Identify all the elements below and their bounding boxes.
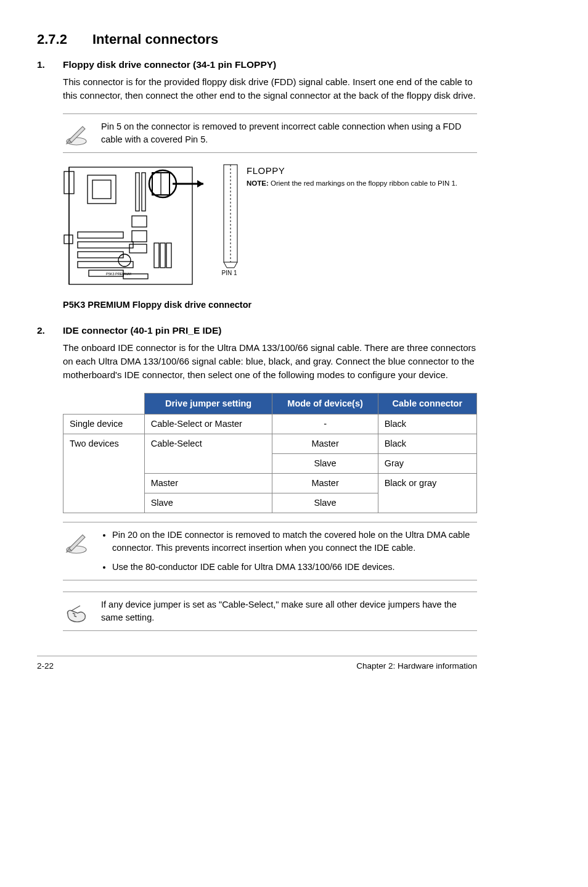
pencil-icon: [63, 529, 90, 555]
cell-r1c2: Cable-Select or Master: [144, 414, 272, 434]
svg-rect-4: [88, 175, 116, 204]
svg-rect-7: [142, 173, 145, 211]
cell-r5c3: Slave: [272, 493, 378, 513]
svg-rect-12: [78, 242, 133, 248]
note-pin20-text: Pin 20 on the IDE connector is removed t…: [101, 529, 477, 574]
hand-icon: [63, 598, 90, 624]
pin1-label: PIN 1: [221, 269, 237, 278]
note-pin20: Pin 20 on the IDE connector is removed t…: [63, 522, 477, 580]
cell-r5c2: Slave: [144, 493, 272, 513]
item-1: 1.Floppy disk drive connector (34-1 pin …: [37, 58, 477, 102]
svg-rect-5: [92, 180, 111, 199]
cell-r1c4: Black: [378, 414, 476, 434]
cell-r2c4: Black: [378, 434, 476, 453]
item-1-head: 1.Floppy disk drive connector (34-1 pin …: [37, 58, 477, 72]
th-mode: Mode of device(s): [272, 393, 378, 414]
floppy-note-text: Orient the red markings on the floppy ri…: [271, 179, 457, 187]
svg-rect-10: [129, 244, 147, 253]
item-2-number: 2.: [37, 324, 63, 337]
svg-rect-16: [154, 243, 159, 268]
floppy-figure: P5K3 PREMIUM PIN 1 FLOPPY N: [63, 164, 477, 311]
svg-rect-3: [64, 235, 73, 244]
floppy-title: FLOPPY: [247, 164, 457, 178]
item-2-head: 2.IDE connector (40-1 pin PRI_E IDE): [37, 324, 477, 337]
th-jumper: Drive jumper setting: [144, 393, 272, 414]
svg-rect-9: [132, 231, 147, 242]
section-number: 2.7.2: [37, 30, 92, 49]
page-footer: 2-22 Chapter 2: Hardware information: [37, 656, 477, 672]
svg-rect-17: [160, 243, 165, 268]
cell-r2c2: Cable-Select: [144, 434, 272, 473]
item-2-title: IDE connector (40-1 pin PRI_E IDE): [63, 325, 222, 336]
cell-r2c3: Master: [272, 434, 378, 453]
svg-point-15: [118, 254, 131, 266]
cell-r4c3: Master: [272, 473, 378, 493]
th-cable: Cable connector: [378, 393, 476, 414]
item-2: 2.IDE connector (40-1 pin PRI_E IDE) The…: [37, 324, 477, 382]
footer-chapter: Chapter 2: Hardware information: [356, 660, 477, 672]
svg-rect-8: [132, 216, 147, 227]
item-1-body: This connector is for the provided flopp…: [63, 75, 477, 102]
item-2-body: The onboard IDE connector is for the Ult…: [63, 341, 477, 381]
cell-r3c3: Slave: [272, 453, 378, 473]
board-label: P5K3 PREMIUM: [106, 272, 131, 276]
svg-marker-24: [197, 180, 203, 188]
section-heading: 2.7.2Internal connectors: [37, 30, 477, 49]
cell-r3c4: Gray: [378, 453, 476, 473]
pencil-icon: [63, 120, 90, 146]
note-pin5: Pin 5 on the connector is removed to pre…: [63, 113, 477, 153]
note-pin20-bullet2: Use the 80-conductor IDE cable for Ultra…: [112, 561, 477, 574]
svg-rect-6: [136, 173, 139, 211]
item-1-title: Floppy disk drive connector (34-1 pin FL…: [63, 59, 276, 70]
svg-rect-18: [166, 243, 171, 268]
cell-r1c3: -: [272, 414, 378, 434]
note-pin20-bullet1: Pin 20 on the IDE connector is removed t…: [112, 529, 477, 555]
svg-point-25: [149, 170, 176, 197]
svg-rect-11: [78, 232, 123, 238]
cell-r4c4: Black or gray: [378, 473, 476, 513]
figure-caption: P5K3 PREMIUM Floppy disk drive connector: [63, 299, 477, 311]
item-1-number: 1.: [37, 58, 63, 72]
note-cableselect-text: If any device jumper is set as "Cable-Se…: [101, 598, 477, 624]
floppy-connector-diagram: [223, 164, 238, 269]
cell-r2c1: Two devices: [63, 434, 145, 513]
footer-page: 2-22: [37, 660, 54, 672]
svg-rect-13: [78, 252, 123, 258]
svg-line-28: [224, 262, 227, 268]
cell-r4c2: Master: [144, 473, 272, 493]
section-title: Internal connectors: [92, 31, 218, 47]
cell-r1c1: Single device: [63, 414, 145, 434]
ide-mode-table: Drive jumper setting Mode of device(s) C…: [63, 393, 477, 513]
floppy-note-label: NOTE:: [247, 179, 269, 187]
motherboard-diagram: P5K3 PREMIUM: [63, 164, 205, 294]
note-pin5-text: Pin 5 on the connector is removed to pre…: [101, 120, 477, 146]
note-cableselect: If any device jumper is set as "Cable-Se…: [63, 592, 477, 631]
svg-line-29: [234, 262, 237, 268]
ide-mode-table-wrap: Drive jumper setting Mode of device(s) C…: [63, 393, 477, 513]
